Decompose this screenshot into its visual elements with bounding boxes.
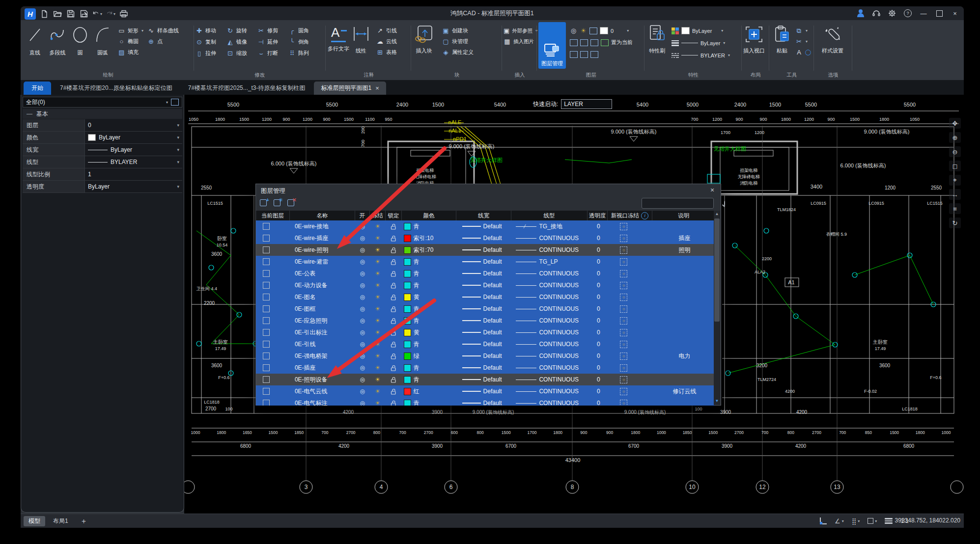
layer-row-0E-引线[interactable]: 0E-引线 ◎ ☀ 青 Default CONTINUOUS 0 ☼ (256, 338, 715, 350)
crosshair-icon[interactable]: ⌖ (949, 175, 961, 186)
modify-4-tool[interactable]: ⊙复制 (196, 37, 226, 47)
layer-freeze-icon[interactable]: ☀ (375, 353, 380, 359)
create-block-tool[interactable]: ▣创建块 (442, 26, 474, 35)
info-icon[interactable]: i (641, 212, 648, 219)
ortho-mode-icon[interactable] (820, 517, 827, 524)
layer-on-icon[interactable]: ◎ (360, 353, 365, 359)
layer-freeze-icon[interactable]: ☀ (375, 388, 380, 395)
modify-6-tool[interactable]: ⊣延伸 (257, 37, 288, 47)
column-5[interactable]: 颜色 (402, 211, 456, 220)
redo-icon[interactable]: ▾ (106, 9, 115, 19)
column-1[interactable]: 名称 (290, 211, 355, 220)
current-layer-checkbox[interactable] (263, 388, 270, 395)
layer-row-0E-照明设备[interactable]: 0E-照明设备 ◎ ☀ 青 Default CONTINUOUS 0 ☼ (256, 374, 715, 385)
current-layer-checkbox[interactable] (263, 246, 270, 253)
column-4[interactable]: 锁定 (386, 211, 402, 220)
layer-lock-icon[interactable] (590, 39, 598, 46)
column-10[interactable]: 说明 (652, 211, 715, 220)
insert-image-tool[interactable]: ▦插入图片 (504, 37, 536, 46)
save-as-icon[interactable] (79, 9, 89, 19)
unlock-icon[interactable] (391, 235, 396, 242)
layer-freeze-icon[interactable]: ☀ (375, 400, 380, 406)
model-tab[interactable]: 模型 (24, 516, 45, 526)
dynamic-input-icon[interactable]: ▾ (868, 518, 877, 524)
layer-freeze-icon[interactable]: ☀ (375, 294, 380, 300)
unlock-icon[interactable] (391, 247, 396, 253)
column-3[interactable]: 冻结 (370, 211, 386, 220)
modify-9-tool[interactable]: ⊡缩放 (226, 49, 257, 58)
layer-freeze-icon[interactable]: ☀ (375, 258, 380, 265)
list-icon[interactable]: ≡ (949, 203, 961, 214)
current-layer-checkbox[interactable] (263, 317, 270, 324)
viewport-freeze-icon[interactable]: ☼ (620, 317, 627, 325)
layer-on-icon[interactable]: ◎ (360, 317, 365, 324)
unlock-icon[interactable] (391, 318, 396, 324)
layer-freeze-icon[interactable]: ☀ (375, 223, 380, 230)
layer-dropdown-icon[interactable]: ▾ (627, 28, 629, 33)
support-headset-icon[interactable] (871, 8, 882, 18)
unlock-icon[interactable] (391, 294, 396, 300)
copy-clip-tool[interactable]: ⧉▾ (795, 26, 811, 35)
unlock-icon[interactable] (391, 341, 396, 348)
modify-10-tool[interactable]: ⌣打断 (257, 49, 288, 58)
viewport-freeze-icon[interactable]: ☼ (620, 388, 627, 395)
undo-icon[interactable]: ▾ (92, 9, 102, 19)
section-basic[interactable]: —基本 (23, 109, 182, 119)
layer-freeze-icon[interactable]: ☀ (375, 246, 380, 253)
unlock-icon[interactable] (391, 388, 396, 395)
modify-0-tool[interactable]: ✚移动 (196, 26, 226, 35)
unlock-icon[interactable] (391, 353, 396, 359)
modify-5-tool[interactable]: ◭镜像 (226, 37, 257, 47)
layer-row-0E-wire-避雷[interactable]: 0E-wire-避雷 ◎ ☀ 青 Default TG_LP 0 ☼ (256, 256, 715, 268)
new-layer-icon[interactable]: + (260, 198, 269, 207)
print-icon[interactable] (119, 9, 129, 19)
unlock-icon[interactable] (391, 271, 396, 277)
filter-settings-icon[interactable] (171, 99, 179, 106)
app-logo[interactable]: H (25, 8, 36, 20)
viewport-freeze-icon[interactable]: ☼ (620, 329, 627, 336)
layer-on-icon[interactable]: ◎ (360, 270, 365, 277)
table-tool[interactable]: ⊞表格 (376, 48, 397, 57)
save-icon[interactable] (66, 9, 76, 19)
layer-freeze-icon[interactable] (580, 39, 588, 46)
layer-freeze-icon[interactable]: ☀ (375, 235, 380, 242)
viewport-freeze-icon[interactable]: ☼ (620, 246, 627, 254)
viewport-freeze-icon[interactable]: ☼ (620, 341, 627, 348)
style-settings-tool[interactable]: 样式设置 (815, 22, 850, 54)
dialog-close-icon[interactable]: × (708, 186, 717, 194)
layer-row-0E-电气云线[interactable]: 0E-电气云线 ◎ ☀ 红 Default CONTINUOUS 0 ☼ 修订云… (256, 385, 715, 397)
lineweight-control[interactable]: ByLayer▾ (672, 38, 730, 48)
unlock-icon[interactable] (391, 282, 396, 289)
menu-burger-icon[interactable] (885, 518, 893, 524)
polyline-tool[interactable]: 多段线 (46, 22, 69, 56)
layer-row-0E-公表[interactable]: 0E-公表 ◎ ☀ 青 Default CONTINUOUS 0 ☼ (256, 268, 715, 279)
hatch-tool[interactable]: ▨填充 (118, 48, 143, 57)
current-layer-checkbox[interactable] (263, 282, 270, 289)
set-current-label[interactable]: 置为当前 (611, 39, 633, 46)
layer-color-swatch[interactable] (404, 317, 411, 325)
insert-viewport-tool[interactable]: 插入视口 (743, 22, 765, 54)
layer-row-0E-应急照明[interactable]: 0E-应急照明 ◎ ☀ 青 Default CONTINUOUS 0 ☼ (256, 315, 715, 326)
maximize-icon[interactable] (934, 8, 945, 18)
layer-color-swatch[interactable] (404, 223, 411, 230)
layer-row-0E-动力设备[interactable]: 0E-动力设备 ◎ ☀ 青 Default CONTINUOUS 0 ☼ (256, 279, 715, 291)
layer-on-icon[interactable]: ◎ (360, 341, 365, 348)
layer-color-swatch[interactable] (404, 258, 411, 266)
layer-search[interactable] (642, 198, 714, 209)
column-6[interactable]: 线宽 (456, 211, 511, 220)
current-layer-checkbox[interactable] (263, 258, 270, 265)
layer-color-swatch[interactable] (404, 246, 411, 254)
unlock-icon[interactable] (391, 329, 396, 336)
linetype-control[interactable]: BYLAYER▾ (672, 51, 730, 60)
layer-color-swatch[interactable] (404, 329, 411, 336)
unlock-icon[interactable] (391, 259, 396, 265)
dropdown-icon[interactable]: ▾ (177, 160, 179, 164)
viewport-freeze-icon[interactable]: ☼ (620, 305, 627, 313)
viewport-freeze-icon[interactable]: ☼ (620, 282, 627, 289)
layer-on-icon[interactable]: ◎ (570, 27, 577, 34)
pan-icon[interactable]: ✥ (949, 118, 961, 129)
layer-merge-icon[interactable] (580, 51, 588, 58)
doc-tab-2[interactable]: 标准层照明平面图1× (314, 82, 386, 95)
layer-search-input[interactable] (642, 200, 724, 207)
layer-off-icon[interactable] (570, 39, 578, 46)
